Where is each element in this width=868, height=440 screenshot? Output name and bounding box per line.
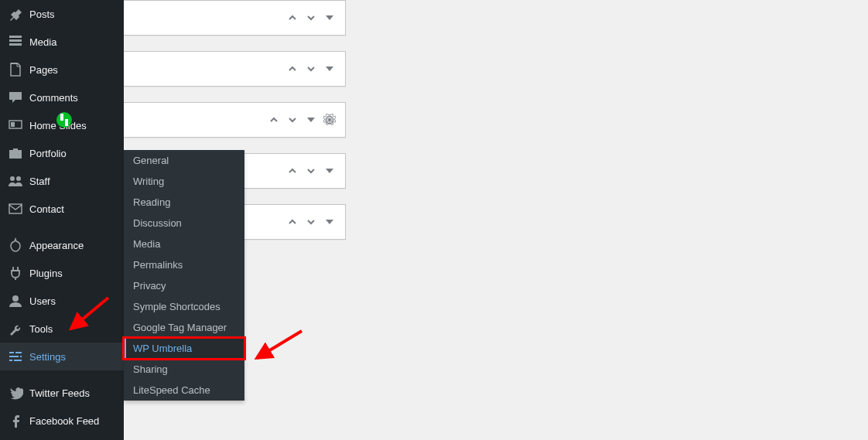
sidebar-item-facebook-feed[interactable]: Facebook Feed xyxy=(0,407,124,435)
sidebar-item-label: Appearance xyxy=(29,240,84,251)
appearance-icon xyxy=(8,237,23,253)
sidebar-item-label: Tools xyxy=(29,323,53,335)
svg-point-14 xyxy=(328,118,331,121)
settings-icon xyxy=(8,349,23,364)
portfolio-icon xyxy=(8,145,23,161)
svg-rect-10 xyxy=(9,360,12,361)
sidebar-item-label: Staff xyxy=(29,176,50,187)
users-icon xyxy=(8,293,23,309)
svg-rect-6 xyxy=(9,352,14,353)
toggle-icon[interactable] xyxy=(323,165,336,177)
admin-sidebar: PostsMediaPagesCommentsHome SlidesPortfo… xyxy=(0,0,124,440)
slides-icon xyxy=(8,118,23,133)
toggle-icon[interactable] xyxy=(305,114,317,126)
sidebar-item-posts[interactable]: Posts xyxy=(0,0,124,28)
facebook-icon xyxy=(8,413,23,428)
move-up-icon[interactable] xyxy=(286,63,299,75)
sidebar-item-label: Comments xyxy=(29,92,78,104)
twitter-icon xyxy=(8,385,23,401)
submenu-item-discussion[interactable]: Discussion xyxy=(124,213,244,234)
postbox-handle-actions xyxy=(286,216,336,228)
svg-point-3 xyxy=(16,176,21,181)
svg-rect-9 xyxy=(20,356,22,357)
sidebar-item-label: Twitter Feeds xyxy=(29,387,90,399)
sidebar-item-label: Media xyxy=(29,36,56,48)
submenu-item-google-tag-manager[interactable]: Google Tag Manager xyxy=(124,317,244,338)
move-down-icon[interactable] xyxy=(286,114,299,126)
postbox-handle-actions xyxy=(286,63,336,75)
move-down-icon[interactable] xyxy=(305,63,317,75)
svg-point-5 xyxy=(12,295,19,302)
sidebar-item-label: Posts xyxy=(29,9,55,20)
move-down-icon[interactable] xyxy=(305,12,317,24)
sidebar-item-label: Pages xyxy=(29,64,58,76)
postbox-handle-actions xyxy=(286,165,336,177)
sidebar-item-label: Contact xyxy=(29,203,64,215)
move-up-icon[interactable] xyxy=(286,216,299,228)
move-up-icon[interactable] xyxy=(286,165,299,177)
svg-point-2 xyxy=(10,176,15,181)
sidebar-item-tools[interactable]: Tools xyxy=(0,315,124,343)
sidebar-item-label: Users xyxy=(29,295,56,307)
svg-rect-1 xyxy=(11,122,15,127)
submenu-item-writing[interactable]: Writing xyxy=(124,171,244,192)
submenu-item-litespeed-cache[interactable]: LiteSpeed Cache xyxy=(124,380,244,401)
svg-rect-8 xyxy=(9,356,19,357)
move-down-icon[interactable] xyxy=(305,165,317,177)
sidebar-item-twitter-feeds[interactable]: Twitter Feeds xyxy=(0,374,124,407)
staff-icon xyxy=(8,173,23,189)
sidebar-item-contact[interactable]: Contact xyxy=(0,195,124,223)
sidebar-item-appearance[interactable]: Appearance xyxy=(0,227,124,259)
submenu-item-wp-umbrella[interactable]: WP Umbrella xyxy=(124,338,244,359)
tools-icon xyxy=(8,321,23,336)
svg-rect-4 xyxy=(9,204,22,213)
page-icon xyxy=(8,62,23,77)
svg-rect-7 xyxy=(15,352,22,353)
settings-submenu: GeneralWritingReadingDiscussionMediaPerm… xyxy=(124,150,244,401)
postbox-handle-actions xyxy=(286,12,336,24)
sidebar-item-label: Settings xyxy=(29,351,66,363)
sidebar-item-loginizer-security[interactable]: Loginizer Security xyxy=(0,435,124,440)
gear-icon[interactable] xyxy=(323,114,336,126)
toggle-icon[interactable] xyxy=(323,63,336,75)
sidebar-item-media[interactable]: Media xyxy=(0,28,124,56)
comment-icon xyxy=(8,90,23,105)
submenu-item-media[interactable]: Media xyxy=(124,234,244,254)
submenu-item-permalinks[interactable]: Permalinks xyxy=(124,254,244,275)
sidebar-item-plugins[interactable]: Plugins xyxy=(0,259,124,287)
annotation-arrow-wpumbrella xyxy=(248,323,309,370)
move-up-icon[interactable] xyxy=(268,114,280,126)
submenu-item-symple-shortcodes[interactable]: Symple Shortcodes xyxy=(124,296,244,317)
submenu-item-general[interactable]: General xyxy=(124,150,244,171)
svg-line-16 xyxy=(257,331,302,358)
sidebar-item-label: Plugins xyxy=(29,268,63,279)
sidebar-item-users[interactable]: Users xyxy=(0,287,124,315)
move-down-icon[interactable] xyxy=(305,216,317,228)
toggle-icon[interactable] xyxy=(323,12,336,24)
pin-icon xyxy=(8,6,23,22)
sidebar-item-label: Facebook Feed xyxy=(29,415,99,427)
sidebar-item-staff[interactable]: Staff xyxy=(0,167,124,195)
plugin-icon xyxy=(8,265,23,281)
contact-icon xyxy=(8,201,23,217)
submenu-item-sharing[interactable]: Sharing xyxy=(124,359,244,380)
toggle-icon[interactable] xyxy=(323,216,336,228)
sidebar-item-label: Portfolio xyxy=(29,148,67,159)
media-icon xyxy=(8,34,23,49)
svg-rect-11 xyxy=(14,360,22,361)
submenu-item-reading[interactable]: Reading xyxy=(124,192,244,213)
sidebar-item-pages[interactable]: Pages xyxy=(0,56,124,84)
move-up-icon[interactable] xyxy=(286,12,299,24)
sidebar-item-settings[interactable]: Settings xyxy=(0,343,124,370)
sidebar-item-comments[interactable]: Comments xyxy=(0,84,124,111)
submenu-item-privacy[interactable]: Privacy xyxy=(124,275,244,296)
sidebar-item-portfolio[interactable]: Portfolio xyxy=(0,139,124,167)
postbox-handle-actions xyxy=(268,114,336,126)
